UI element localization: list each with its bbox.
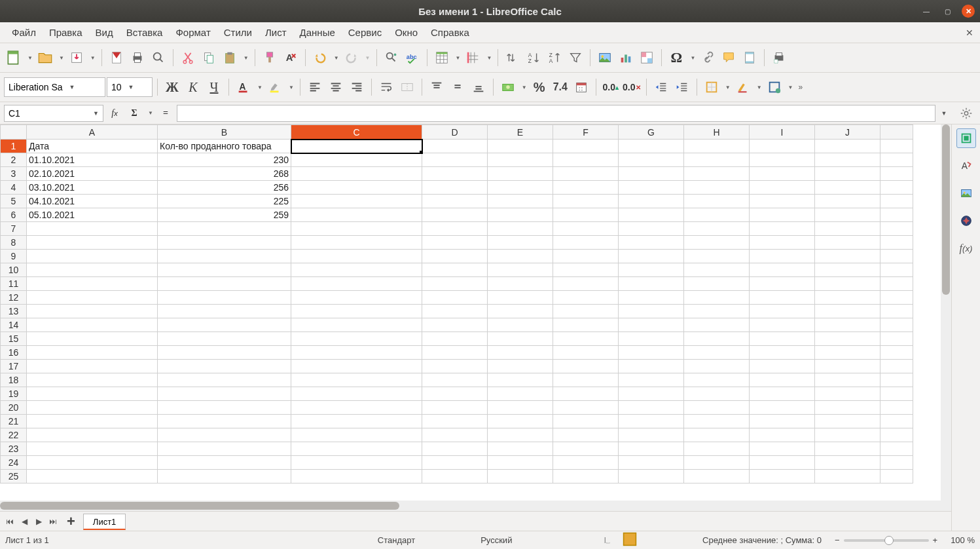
cell[interactable] (815, 387, 880, 401)
cell[interactable] (684, 181, 750, 195)
cell[interactable] (750, 387, 815, 401)
cell[interactable] (422, 263, 488, 277)
cell[interactable] (750, 415, 815, 428)
cell[interactable] (880, 415, 913, 428)
last-sheet-button[interactable]: ⏭ (47, 516, 59, 527)
column-header[interactable]: B (158, 125, 291, 140)
cell[interactable] (422, 195, 488, 208)
cell[interactable] (488, 291, 553, 305)
formula-button[interactable]: = (157, 105, 174, 122)
cell[interactable] (553, 401, 619, 415)
cell[interactable] (619, 360, 684, 373)
cell[interactable] (488, 401, 553, 415)
row-header[interactable]: 1 (1, 140, 27, 153)
row-header[interactable]: 22 (1, 428, 27, 442)
cell[interactable] (880, 250, 913, 263)
cell[interactable] (158, 222, 291, 236)
cell[interactable] (291, 181, 422, 195)
cell[interactable] (619, 373, 684, 387)
cell[interactable] (422, 318, 488, 332)
cell[interactable] (488, 277, 553, 291)
row-column-button[interactable] (432, 48, 452, 67)
cell[interactable] (684, 167, 750, 181)
cell[interactable] (27, 222, 158, 236)
cell[interactable] (488, 222, 553, 236)
highlight-color-button[interactable] (265, 77, 285, 97)
underline-button[interactable]: Ч (204, 77, 224, 97)
cell[interactable] (815, 291, 880, 305)
cell[interactable] (880, 470, 913, 483)
wrap-text-button[interactable] (376, 77, 396, 97)
cell[interactable] (619, 208, 684, 222)
insert-pivot-button[interactable] (637, 48, 657, 67)
cell[interactable] (619, 222, 684, 236)
cell[interactable] (880, 291, 913, 305)
cell[interactable] (750, 263, 815, 277)
cell[interactable] (619, 387, 684, 401)
cell[interactable] (291, 222, 422, 236)
cell[interactable] (815, 305, 880, 318)
cell[interactable] (750, 428, 815, 442)
sidebar-settings-icon[interactable] (956, 104, 976, 123)
menu-help[interactable]: Справка (424, 24, 476, 41)
cell[interactable] (291, 360, 422, 373)
clear-formatting-button[interactable]: A (281, 48, 300, 67)
paste-button[interactable] (220, 48, 240, 67)
cell[interactable] (553, 153, 619, 167)
cell[interactable] (422, 442, 488, 456)
cell[interactable] (880, 428, 913, 442)
add-sheet-button[interactable]: + (62, 513, 81, 530)
row-header[interactable]: 20 (1, 401, 27, 415)
cell[interactable] (880, 153, 913, 167)
cell[interactable] (750, 305, 815, 318)
row-header[interactable]: 14 (1, 318, 27, 332)
minimize-button[interactable] (920, 5, 933, 18)
row-header[interactable]: 17 (1, 360, 27, 373)
row-header[interactable]: 13 (1, 305, 27, 318)
cell[interactable] (553, 222, 619, 236)
sum-dropdown[interactable]: ▼ (147, 110, 154, 116)
row-header[interactable]: 19 (1, 387, 27, 401)
cell[interactable] (291, 428, 422, 442)
cell[interactable] (291, 153, 422, 167)
cell[interactable] (684, 346, 750, 360)
cell[interactable] (27, 250, 158, 263)
cell-reference-box[interactable]: C1 ▼ (4, 105, 103, 122)
cell[interactable]: 04.10.2021 (27, 195, 158, 208)
cell[interactable] (422, 181, 488, 195)
font-name-combo[interactable]: Liberation Sa▼ (4, 77, 105, 97)
sheet-tab-1[interactable]: Лист1 (83, 514, 126, 530)
cell[interactable] (553, 140, 619, 153)
row-header[interactable]: 16 (1, 346, 27, 360)
cell[interactable] (291, 346, 422, 360)
formula-input[interactable] (177, 105, 935, 122)
zoom-slider[interactable]: − + (835, 535, 937, 545)
cell[interactable] (750, 360, 815, 373)
currency-button[interactable] (498, 77, 518, 97)
cell[interactable] (619, 140, 684, 153)
find-replace-button[interactable] (382, 48, 401, 67)
cell[interactable] (684, 442, 750, 456)
cell[interactable] (880, 167, 913, 181)
font-color-button[interactable]: A (234, 77, 253, 97)
insert-comment-button[interactable] (719, 48, 738, 67)
cell[interactable] (619, 318, 684, 332)
cell[interactable] (815, 250, 880, 263)
cell[interactable] (815, 263, 880, 277)
cell[interactable] (750, 332, 815, 346)
cell[interactable] (684, 415, 750, 428)
cell[interactable] (488, 456, 553, 470)
insert-special-char-button[interactable]: Ω (666, 48, 686, 67)
cell[interactable] (684, 305, 750, 318)
cell[interactable] (291, 415, 422, 428)
new-document-button[interactable] (4, 48, 24, 67)
cell[interactable] (488, 153, 553, 167)
cell[interactable] (488, 236, 553, 250)
cell[interactable] (815, 140, 880, 153)
cell[interactable] (619, 236, 684, 250)
cell[interactable]: 230 (158, 153, 291, 167)
cell[interactable] (158, 277, 291, 291)
hscroll-thumb[interactable] (0, 502, 399, 510)
cell[interactable] (750, 236, 815, 250)
cell[interactable] (684, 291, 750, 305)
